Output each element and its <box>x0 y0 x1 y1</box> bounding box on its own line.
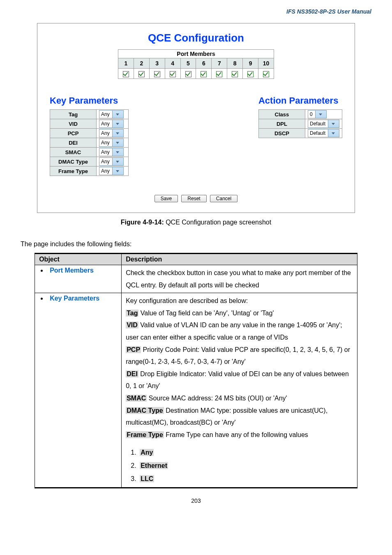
kp-label: PCP <box>50 129 97 138</box>
dd-value: Any <box>99 121 112 127</box>
kp-label: Frame Type <box>50 166 97 176</box>
save-button[interactable]: Save <box>154 195 178 202</box>
figure-title: QCE Configuration <box>50 32 342 44</box>
port-checkbox[interactable] <box>263 71 269 77</box>
chevron-down-icon <box>112 120 123 127</box>
dmac-type-select[interactable]: Any <box>99 157 124 166</box>
class-select[interactable]: 0 <box>308 110 327 118</box>
desc-cell: Key configuration are described as below… <box>122 293 357 488</box>
description-table: Object Description Port Members Check th… <box>35 253 357 488</box>
chevron-down-icon <box>315 111 326 118</box>
port-col: 7 <box>212 58 227 69</box>
list-item: Ethernet <box>140 462 168 469</box>
chevron-down-icon <box>112 148 123 156</box>
obj-cell: Key Parameters <box>35 293 122 488</box>
chevron-down-icon <box>112 139 123 146</box>
dei-select[interactable]: Any <box>99 139 124 147</box>
ap-label: Class <box>258 110 305 119</box>
page-number: 203 <box>21 497 371 504</box>
port-col: 3 <box>149 58 165 69</box>
kp-label: Tag <box>50 110 97 119</box>
desc-line: Drop Eligible Indicator: Valid value of … <box>126 370 349 390</box>
hl-term: SMAC <box>126 395 147 402</box>
port-col: 6 <box>196 58 212 69</box>
port-members-label: Port Members <box>118 49 274 58</box>
col-description: Description <box>122 254 357 265</box>
chevron-down-icon <box>112 158 123 165</box>
desc-line: Source MAC address: 24 MS bits (OUI) or … <box>147 395 287 402</box>
dscp-select[interactable]: Default <box>308 129 339 137</box>
dpl-select[interactable]: Default <box>308 120 339 128</box>
key-params-title: Key Parameters <box>50 95 129 106</box>
hl-term: PCP <box>126 346 141 353</box>
dd-value: Any <box>99 130 112 136</box>
kp-label: SMAC <box>50 148 97 157</box>
action-params-table: Class 0 DPL Default DSCP Default <box>258 109 342 138</box>
port-checkbox[interactable] <box>123 71 129 77</box>
port-checkbox[interactable] <box>247 71 254 77</box>
chevron-down-icon <box>328 130 339 137</box>
dd-value: 0 <box>308 111 315 117</box>
port-checkbox[interactable] <box>201 71 207 77</box>
caption-bold: Figure 4-9-14: <box>121 219 164 226</box>
obj-link: Port Members <box>50 267 94 274</box>
port-col: 1 <box>118 58 134 69</box>
port-col: 9 <box>243 58 258 69</box>
list-item: LLC <box>140 475 154 482</box>
action-params-title: Action Parameters <box>258 95 342 106</box>
figure-screenshot: QCE Configuration Port Members 1 2 3 4 5… <box>37 23 355 213</box>
desc-line: Frame Type can have any of the following… <box>164 431 308 438</box>
port-checkbox[interactable] <box>154 71 160 77</box>
vid-select[interactable]: Any <box>99 120 124 128</box>
col-object: Object <box>35 254 122 265</box>
desc-line: Key configuration are described as below… <box>126 297 248 304</box>
list-item: Any <box>140 449 154 456</box>
cancel-button[interactable]: Cancel <box>210 195 238 202</box>
port-col: 2 <box>134 58 149 69</box>
desc-line: Value of Tag field can be 'Any', 'Untag'… <box>138 310 274 317</box>
dd-value: Any <box>99 168 112 174</box>
pcp-select[interactable]: Any <box>99 129 124 137</box>
hl-term: Frame Type <box>126 431 164 438</box>
hl-term: DMAC Type <box>126 407 164 414</box>
doc-header: IFS NS3502-8P-2S User Manual <box>21 0 371 23</box>
port-members-table: 1 2 3 4 5 6 7 8 9 10 <box>118 58 274 79</box>
port-checkbox[interactable] <box>232 71 238 77</box>
port-checkbox[interactable] <box>216 71 222 77</box>
chevron-down-icon <box>328 120 339 127</box>
port-checkbox[interactable] <box>138 71 145 77</box>
dd-value: Any <box>99 159 112 164</box>
chevron-down-icon <box>112 130 123 137</box>
obj-link: Key Parameters <box>50 295 99 302</box>
port-checkbox[interactable] <box>185 71 191 77</box>
frame-type-list: Any Ethernet LLC <box>138 446 353 485</box>
hl-term: Tag <box>126 310 138 317</box>
port-col: 8 <box>227 58 243 69</box>
caption-text: QCE Configuration page screenshot <box>164 219 271 226</box>
chevron-down-icon <box>112 167 123 175</box>
dd-value: Any <box>99 140 112 146</box>
figure-caption: Figure 4-9-14: QCE Configuration page sc… <box>21 219 371 226</box>
intro-text: The page includes the following fields: <box>21 240 371 248</box>
kp-label: VID <box>50 119 97 129</box>
ap-label: DPL <box>258 119 305 129</box>
hl-term: DEI <box>126 370 138 377</box>
dd-value: Any <box>99 111 112 117</box>
port-checkbox[interactable] <box>170 71 176 77</box>
smac-select[interactable]: Any <box>99 148 124 156</box>
tag-select[interactable]: Any <box>99 110 124 118</box>
port-col: 10 <box>258 58 274 69</box>
port-col: 4 <box>165 58 180 69</box>
chevron-down-icon <box>112 111 123 118</box>
desc-cell: Check the checkbox button in case you wh… <box>122 265 357 293</box>
dd-value: Default <box>308 130 328 136</box>
desc-line: Valid value of VLAN ID can be any value … <box>126 321 342 341</box>
port-col: 5 <box>180 58 196 69</box>
hl-term: VID <box>126 321 138 328</box>
reset-button[interactable]: Reset <box>181 195 206 202</box>
desc-line: Priority Code Point: Valid value PCP are… <box>126 346 350 365</box>
ap-label: DSCP <box>258 129 305 138</box>
dd-value: Default <box>308 121 328 127</box>
frame-type-select[interactable]: Any <box>99 167 124 175</box>
obj-cell: Port Members <box>35 265 122 293</box>
